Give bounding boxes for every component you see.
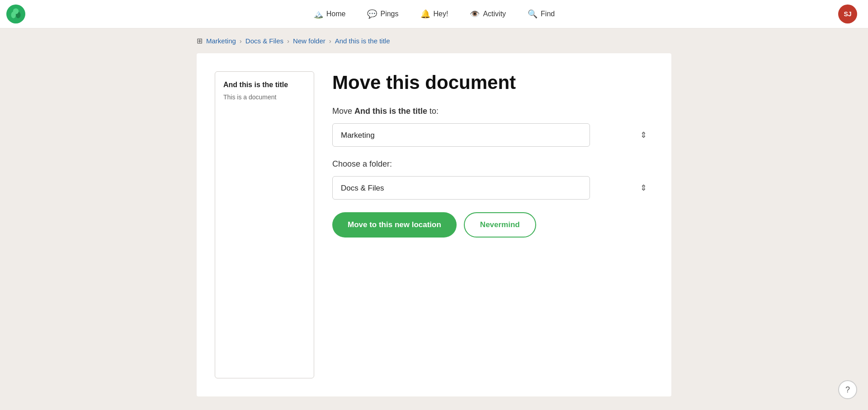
breadcrumb-new-folder[interactable]: New folder [293,37,326,45]
breadcrumb-docs-files[interactable]: Docs & Files [245,37,283,45]
folder-select-wrapper: Docs & Files New folder Archive ⇕ [332,176,653,200]
avatar-initials: SJ [844,10,851,18]
nav-hey[interactable]: 🔔 Hey! [420,9,448,19]
space-select-wrapper: Marketing Design Engineering ⇕ [332,123,653,147]
main-container: And this is the title This is a document… [197,53,671,396]
breadcrumb-current[interactable]: And this is the title [335,37,390,45]
move-button[interactable]: Move to this new location [332,212,457,238]
nav-pings-label: Pings [380,10,398,18]
nevermind-button[interactable]: Nevermind [464,212,536,238]
folder-select-arrow: ⇕ [640,183,647,193]
folder-label: Choose a folder: [332,159,653,169]
breadcrumb-icon: ⊞ [197,37,203,45]
hey-icon: 🔔 [420,9,430,19]
pings-icon: 💬 [367,9,377,19]
nav-activity[interactable]: 👁️ Activity [470,9,506,19]
doc-card-title: And this is the title [223,81,306,89]
home-icon: 🏔️ [313,9,323,19]
nav-pings[interactable]: 💬 Pings [367,9,398,19]
nav-home-label: Home [326,10,346,18]
doc-card-description: This is a document [223,93,306,101]
nav-home[interactable]: 🏔️ Home [313,9,346,19]
nav-hey-label: Hey! [434,10,448,18]
user-avatar[interactable]: SJ [838,5,857,23]
breadcrumb-marketing[interactable]: Marketing [206,37,236,45]
nav-activity-label: Activity [483,10,506,18]
help-button[interactable]: ? [838,380,857,399]
space-select[interactable]: Marketing Design Engineering [332,123,590,147]
help-icon: ? [845,385,850,395]
move-doc-name: And this is the title [354,107,427,116]
folder-select[interactable]: Docs & Files New folder Archive [332,176,590,200]
breadcrumb-sep-2: › [287,37,289,45]
breadcrumb: ⊞ Marketing › Docs & Files › New folder … [197,37,671,45]
move-to-label: Move And this is the title to: [332,107,653,116]
move-prefix: Move [332,107,354,116]
button-row: Move to this new location Nevermind [332,212,653,238]
breadcrumb-sep-1: › [240,37,242,45]
nav-find-label: Find [541,10,555,18]
space-select-arrow: ⇕ [640,130,647,140]
breadcrumb-sep-3: › [329,37,331,45]
top-navigation: 🏔️ Home 💬 Pings 🔔 Hey! 👁️ Activity 🔍 Fin… [0,0,868,28]
nav-find[interactable]: 🔍 Find [528,9,555,19]
activity-icon: 👁️ [470,9,480,19]
document-card: And this is the title This is a document [215,71,314,378]
app-logo[interactable] [6,5,25,23]
find-icon: 🔍 [528,9,538,19]
breadcrumb-bar: ⊞ Marketing › Docs & Files › New folder … [0,28,868,53]
move-suffix: to: [427,107,439,116]
move-form: Move this document Move And this is the … [332,71,653,378]
move-heading: Move this document [332,71,653,94]
